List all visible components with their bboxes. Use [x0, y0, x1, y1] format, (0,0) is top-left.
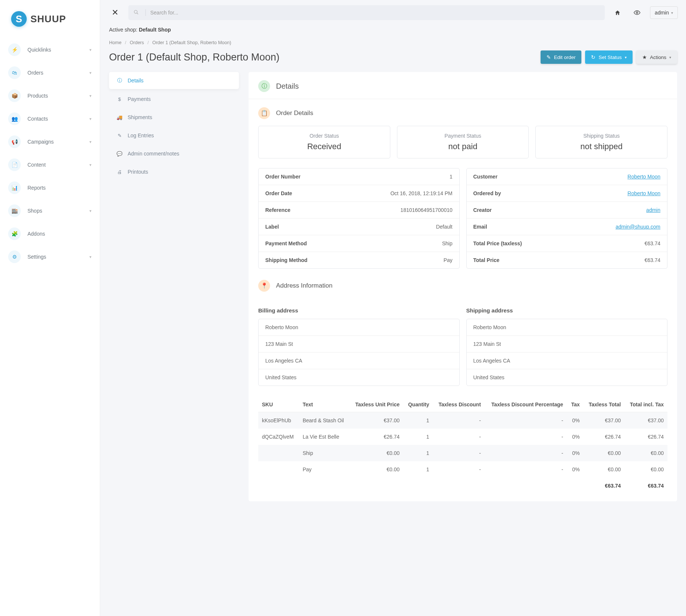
col-unit: Taxless Unit Price — [349, 397, 403, 412]
search-divider — [145, 9, 146, 16]
chevron-down-icon: ▾ — [89, 255, 92, 259]
info-val: Pay — [443, 257, 452, 263]
subnav-details[interactable]: ⓘ Details — [109, 72, 239, 89]
actions-button[interactable]: ★ Actions ▾ — [636, 50, 677, 64]
cell-total: €0.00 — [624, 461, 667, 478]
address-line: 123 Main St — [259, 336, 459, 353]
order-lines: SKU Text Taxless Unit Price Quantity Tax… — [258, 397, 667, 494]
customer-link[interactable]: Roberto Moon — [627, 174, 660, 180]
info-key: Creator — [473, 207, 492, 213]
cell-unit: €0.00 — [349, 445, 403, 461]
section-subtitle: Address Information — [276, 282, 332, 289]
set-status-button[interactable]: ↻ Set Status ▾ — [585, 50, 632, 64]
home-icon[interactable] — [611, 6, 624, 19]
address-line: United States — [467, 369, 667, 386]
close-icon[interactable]: ✕ — [108, 6, 122, 19]
chevron-down-icon: ▾ — [89, 47, 92, 52]
sidebar-item-products[interactable]: 📦Products▾ — [0, 84, 100, 107]
search-input[interactable] — [150, 10, 600, 16]
logo[interactable]: S SHUUP — [0, 0, 100, 36]
sidebar-item-addons[interactable]: 🧩Addons — [0, 222, 100, 245]
crumb-home[interactable]: Home — [109, 40, 121, 45]
info-val: €63.74 — [644, 257, 660, 263]
status-value: Received — [265, 142, 383, 151]
col-sku: SKU — [258, 397, 299, 412]
details-panel: ⓘ Details 📋 Order Details Order Status R… — [249, 72, 677, 501]
active-shop: Active shop: Default Shop — [100, 20, 686, 37]
cell-qty: 1 — [403, 461, 433, 478]
search-icon — [134, 10, 139, 16]
sidebar-item-settings[interactable]: ⚙Settings▾ — [0, 245, 100, 268]
subnav-shipments[interactable]: 🚚 Shipments — [109, 109, 239, 125]
eye-icon[interactable] — [631, 6, 643, 19]
subnav-label: Printouts — [128, 169, 148, 175]
logo-text: SHUUP — [30, 13, 66, 25]
status-card-shipping: Shipping Status not shipped — [535, 126, 667, 158]
nav-label: Products — [27, 93, 89, 99]
cell-disc: - — [433, 412, 485, 429]
section-head-address: 📍 Address Information — [258, 280, 667, 292]
sidebar-item-quicklinks[interactable]: ⚡Quicklinks▾ — [0, 38, 100, 61]
user-dropdown[interactable]: admin ▾ — [650, 6, 678, 19]
dollar-icon: $ — [116, 96, 122, 102]
nav-icon: 🧩 — [8, 227, 21, 240]
info-val: Default — [436, 224, 452, 230]
edit-order-button[interactable]: ✎ Edit order — [541, 50, 582, 64]
info-key: Order Date — [265, 190, 292, 196]
truck-icon: 🚚 — [116, 115, 122, 120]
refresh-icon: ↻ — [591, 54, 595, 60]
cell-disc: - — [433, 429, 485, 445]
address-row: Roberto Moon123 Main StLos Angeles CAUni… — [258, 319, 667, 386]
chevron-down-icon: ▾ — [89, 140, 92, 144]
subnav-log-entries[interactable]: ✎ Log Entries — [109, 127, 239, 144]
info-val: Oct 16, 2018, 12:19:14 PM — [390, 190, 452, 196]
col-qty: Quantity — [403, 397, 433, 412]
section-head-order-details: 📋 Order Details — [258, 107, 667, 119]
subnav-payments[interactable]: $ Payments — [109, 91, 239, 107]
subnav-label: Details — [128, 78, 144, 83]
status-value: not paid — [404, 142, 522, 151]
comment-icon: 💬 — [116, 151, 122, 157]
chevron-down-icon: ▾ — [89, 71, 92, 75]
nav-label: Reports — [27, 185, 92, 191]
chevron-down-icon: ▾ — [625, 55, 627, 59]
cell-unit: €37.00 — [349, 412, 403, 429]
info-key: Payment Method — [265, 240, 307, 246]
clipboard-icon: 📋 — [258, 107, 270, 119]
ordered-by-link[interactable]: Roberto Moon — [627, 190, 660, 196]
chevron-down-icon: ▾ — [89, 163, 92, 167]
cell-text: La Vie Est Belle — [299, 429, 349, 445]
table-row: dQCaZQlveMLa Vie Est Belle€26.741--0%€26… — [258, 429, 667, 445]
sidebar-item-reports[interactable]: 📊Reports — [0, 176, 100, 199]
sidebar-item-content[interactable]: 📄Content▾ — [0, 153, 100, 176]
logo-mark-icon: S — [11, 11, 27, 27]
info-table-right: CustomerRoberto Moon Ordered byRoberto M… — [466, 168, 668, 269]
subnav-admin-notes[interactable]: 💬 Admin comment/notes — [109, 145, 239, 162]
sidebar-item-campaigns[interactable]: 📢Campaigns▾ — [0, 130, 100, 153]
user-name: admin — [655, 10, 669, 16]
address-line: Roberto Moon — [259, 319, 459, 336]
col-disc: Taxless Discount — [433, 397, 485, 412]
search-field[interactable] — [128, 5, 605, 20]
active-shop-name: Default Shop — [139, 27, 171, 33]
cell-unit: €26.74 — [349, 429, 403, 445]
sidebar-item-contacts[interactable]: 👥Contacts▾ — [0, 107, 100, 130]
address-line: 123 Main St — [467, 336, 667, 353]
subnav-printouts[interactable]: 🖨 Printouts — [109, 164, 239, 180]
status-label: Payment Status — [404, 133, 522, 139]
nav-icon: 👥 — [8, 112, 21, 125]
creator-link[interactable]: admin — [646, 207, 660, 213]
info-key: Total Price — [473, 257, 500, 263]
subnav-label: Log Entries — [128, 132, 154, 138]
email-link[interactable]: admin@shuup.com — [616, 224, 660, 230]
cell-text: Ship — [299, 445, 349, 461]
sidebar-item-orders[interactable]: 🛍Orders▾ — [0, 61, 100, 84]
col-tax: Tax — [567, 397, 584, 412]
col-taxless-total: Taxless Total — [584, 397, 625, 412]
status-label: Shipping Status — [542, 133, 660, 139]
svg-point-2 — [636, 12, 638, 14]
crumb-orders[interactable]: Orders — [130, 40, 144, 45]
nav-label: Content — [27, 162, 89, 168]
sidebar-item-shops[interactable]: 🏬Shops▾ — [0, 199, 100, 222]
cell-sku: kKsoElPhUb — [258, 412, 299, 429]
